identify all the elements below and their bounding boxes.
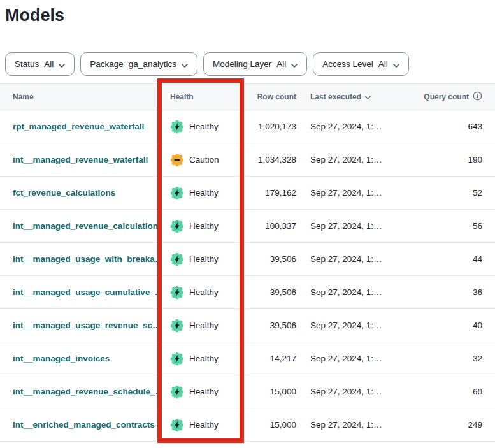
query-count-cell: 36 — [417, 287, 495, 297]
table-row: fct_revenue_calculations Healthy 1 — [0, 177, 495, 210]
model-name-cell: int__enriched_managed_contracts — [0, 420, 157, 430]
model-name-cell: int__managed_revenue_schedule_… — [0, 387, 157, 396]
table-row: int__managed_invoices Healthy 14,2 — [0, 342, 495, 375]
header-query-count-label: Query count — [424, 92, 469, 101]
health-label: Healthy — [189, 122, 219, 131]
table-row: int__managed_revenue_waterfall Caution — [0, 143, 495, 177]
health-cell: Caution — [157, 153, 242, 167]
model-name-cell: int__managed_usage_revenue_sc… — [0, 321, 157, 330]
table-row: rpt_managed_revenue_waterfall Healthy — [0, 110, 495, 143]
model-name-cell: int__managed_usage_cumulative_… — [0, 287, 157, 297]
table-row: int__managed_usage_with_breaka… Healthy — [0, 243, 495, 276]
model-name-cell: rpt_managed_revenue_waterfall — [0, 122, 157, 131]
health-label: Healthy — [189, 387, 219, 396]
query-count-cell: 40 — [417, 321, 495, 330]
model-name-cell: int__managed_revenue_waterfall — [0, 155, 157, 164]
last-executed-cell: Sep 27, 2024, 1:… — [296, 221, 417, 231]
query-count-cell: 44 — [417, 254, 495, 264]
last-executed-cell: Sep 27, 2024, 1:… — [296, 321, 417, 330]
header-health: Health — [157, 92, 242, 101]
model-name-link[interactable]: int__managed_usage_with_breaka… — [13, 254, 157, 264]
health-label: Healthy — [189, 254, 219, 264]
model-name-cell: int__managed_usage_with_breaka… — [0, 254, 157, 264]
query-count-cell: 32 — [417, 354, 495, 363]
health-cell: Healthy — [157, 352, 242, 366]
header-name: Name — [0, 92, 157, 101]
health-label: Healthy — [189, 221, 219, 231]
health-label: Caution — [189, 155, 219, 164]
health-label: Healthy — [189, 420, 219, 430]
last-executed-cell: Sep 27, 2024, 1:… — [296, 420, 417, 430]
header-row-count: Row count — [242, 92, 296, 101]
model-name-cell: int__managed_invoices — [0, 354, 157, 363]
filter-value: ga_analytics — [129, 59, 176, 69]
model-name-link[interactable]: int__managed_revenue_waterfall — [13, 155, 148, 164]
health-badge — [170, 219, 184, 233]
row-count-cell: 179,162 — [242, 188, 296, 198]
row-count-cell: 1,034,328 — [242, 155, 296, 164]
health-label: Healthy — [189, 188, 219, 198]
health-cell: Healthy — [157, 385, 242, 399]
filter-label: Package — [90, 59, 124, 69]
model-name-cell: fct_revenue_calculations — [0, 188, 157, 198]
row-count-cell: 14,217 — [242, 354, 296, 363]
last-executed-cell: Sep 27, 2024, 1:… — [296, 354, 417, 363]
table-row: int__managed_revenue_schedule_… Healthy — [0, 375, 495, 408]
header-last-executed[interactable]: Last executed — [296, 92, 417, 101]
filter-modeling-layer[interactable]: Modeling Layer All — [203, 52, 307, 76]
page-title: Models — [5, 5, 495, 25]
row-count-cell: 39,506 — [242, 321, 296, 330]
chevron-down-icon — [182, 60, 188, 69]
model-name-link[interactable]: int__managed_invoices — [13, 354, 110, 363]
model-name-link[interactable]: int__enriched_managed_contracts — [13, 420, 155, 430]
table-body: rpt_managed_revenue_waterfall Healthy — [0, 110, 495, 442]
filter-value: All — [378, 59, 388, 69]
table-row: int__enriched_managed_contracts Healthy — [0, 408, 495, 442]
table-row: int__managed_revenue_calculations Health… — [0, 210, 495, 243]
query-count-cell: 52 — [417, 188, 495, 198]
table-row: int__managed_usage_cumulative_… Healthy — [0, 276, 495, 309]
health-cell: Healthy — [157, 120, 242, 134]
filter-label: Modeling Layer — [213, 59, 271, 69]
health-cell: Healthy — [157, 319, 242, 333]
row-count-cell: 39,506 — [242, 254, 296, 264]
header-query-count: Query count — [417, 91, 495, 103]
filter-status[interactable]: Status All — [5, 52, 75, 76]
query-count-cell: 190 — [417, 155, 495, 164]
model-name-link[interactable]: int__managed_revenue_schedule_… — [13, 387, 157, 396]
filter-value: All — [44, 59, 54, 69]
filter-package[interactable]: Package ga_analytics — [80, 52, 197, 76]
model-name-link[interactable]: fct_revenue_calculations — [13, 188, 115, 198]
query-count-cell: 643 — [417, 122, 495, 131]
header-last-executed-label: Last executed — [310, 92, 361, 101]
row-count-cell: 15,000 — [242, 420, 296, 430]
row-count-cell: 15,000 — [242, 387, 296, 396]
health-label: Healthy — [189, 321, 219, 330]
health-badge — [170, 186, 184, 200]
health-badge — [170, 252, 184, 266]
model-name-link[interactable]: rpt_managed_revenue_waterfall — [13, 122, 144, 131]
health-cell: Healthy — [157, 186, 242, 200]
health-label: Healthy — [189, 354, 219, 363]
info-icon[interactable] — [473, 91, 482, 103]
filter-access-level[interactable]: Access Level All — [313, 52, 409, 76]
filter-bar: Status All Package ga_analytics Modeling… — [5, 52, 495, 76]
model-name-link[interactable]: int__managed_usage_revenue_sc… — [13, 321, 157, 330]
query-count-cell: 60 — [417, 387, 495, 396]
chevron-down-icon — [393, 60, 399, 69]
table-header: Name Health Row count Last executed Quer… — [0, 83, 495, 110]
chevron-down-icon — [291, 60, 298, 69]
chevron-down-icon — [59, 60, 65, 69]
health-badge — [170, 153, 184, 167]
last-executed-cell: Sep 27, 2024, 1:… — [296, 188, 417, 198]
health-label: Healthy — [189, 287, 219, 297]
last-executed-cell: Sep 27, 2024, 1:… — [296, 155, 417, 164]
model-name-link[interactable]: int__managed_usage_cumulative_… — [13, 287, 157, 297]
health-cell: Healthy — [157, 252, 242, 266]
health-badge — [170, 120, 184, 134]
health-badge — [170, 385, 184, 399]
sort-chevron-down-icon — [365, 92, 371, 101]
health-badge — [170, 285, 184, 300]
filter-value: All — [276, 59, 286, 69]
model-name-link[interactable]: int__managed_revenue_calculations — [13, 221, 157, 231]
